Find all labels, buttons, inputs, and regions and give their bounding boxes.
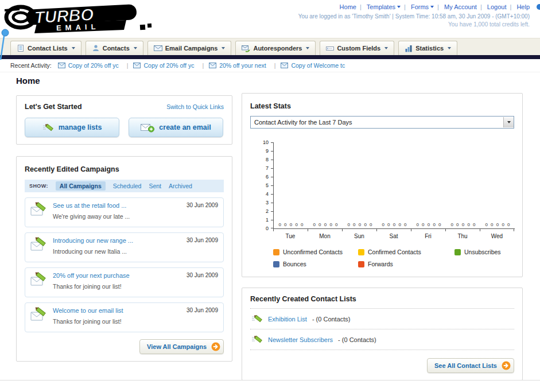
chart-plot-area: 0 0 0 0 0 0 0 0 0 0 0 0 0 0 0 0 0 0 0 0 … — [273, 142, 515, 229]
campaign-subtitle: Thanks for joining our list! — [53, 283, 122, 290]
legend-item: Unsubscribes — [454, 249, 514, 255]
legend-item: Bounces — [273, 261, 358, 267]
contact-list-count: - (0 Contacts) — [338, 336, 376, 343]
header-link-templates[interactable]: Templates — [367, 3, 401, 10]
latest-stats-panel: Latest Stats Contact Activity for the La… — [242, 93, 523, 277]
tab-autoresponders[interactable]: Autoresponders — [235, 41, 316, 55]
header-link-forms[interactable]: Forms — [411, 3, 434, 10]
tab-contacts[interactable]: Contacts — [86, 41, 143, 55]
contact-list-link[interactable]: Exhibition List — [268, 316, 307, 323]
arrow-right-icon — [211, 342, 220, 351]
campaign-date: 30 Jun 2009 — [187, 237, 218, 243]
campaign-edit-icon — [30, 237, 48, 251]
chevron-down-icon — [397, 6, 401, 8]
campaign-filter-bar: SHOW: All Campaigns Scheduled Sent Archi… — [25, 180, 224, 192]
contact-list-link[interactable]: Newsletter Subscribers — [268, 336, 333, 343]
chevron-down-icon — [507, 121, 511, 123]
statistics-icon — [405, 45, 413, 52]
campaign-title-link[interactable]: Welcome to our email list — [53, 307, 123, 314]
page-title: Home — [16, 76, 40, 86]
logo-text-bottom: EMAIL — [56, 22, 100, 33]
right-column: Latest Stats Contact Activity for the La… — [242, 93, 523, 381]
dropdown-arrow-button[interactable] — [503, 117, 514, 127]
recent-activity-link[interactable]: 20% off your next — [219, 62, 266, 69]
tab-email-campaigns[interactable]: Email Campaigns — [147, 41, 232, 55]
header-right: Home| Templates| Forms| My Account| Logo… — [298, 3, 530, 28]
new-email-icon — [141, 123, 154, 133]
campaign-title-link[interactable]: Introducing our new range ... — [53, 237, 133, 244]
filter-sent[interactable]: Sent — [149, 183, 161, 189]
chart-x-axis: Tue Mon Sun Sat Fri Thu Wed — [273, 233, 514, 239]
recent-activity-bar: Recent Activity: Copy of 20% off yc Copy… — [0, 59, 540, 72]
recent-activity-link[interactable]: Copy of Welcome tc — [291, 62, 345, 69]
envelope-icon — [281, 63, 288, 68]
campaign-date: 30 Jun 2009 — [187, 307, 218, 313]
contact-lists-icon — [17, 44, 25, 52]
chevron-down-icon — [222, 47, 225, 49]
contact-lists-panel: Recently Created Contact Lists Exhibitio… — [242, 288, 523, 381]
main-nav: Contact Lists Contacts Email Campaigns — [0, 38, 540, 55]
campaign-title-link[interactable]: 20% off your next purchase — [53, 272, 130, 279]
contact-list-item: Exhibition List - (0 Contacts) — [250, 309, 514, 329]
view-all-campaigns-button[interactable]: View All Campaigns — [139, 339, 224, 354]
pencil-icon — [42, 123, 54, 132]
filter-archived[interactable]: Archived — [169, 183, 192, 189]
campaign-title-link[interactable]: See us at the retail food ... — [53, 202, 130, 209]
contacts-icon — [92, 44, 100, 52]
campaign-subtitle: Introducing our new Italia ... — [53, 248, 127, 255]
chart-value-labels: 0 0 0 0 0 0 0 0 0 0 0 0 0 0 0 0 0 0 0 0 … — [274, 222, 515, 227]
recent-activity-link[interactable]: Copy of 20% off yc — [68, 62, 119, 69]
pencil-icon — [251, 314, 263, 324]
recent-activity-label: Recent Activity: — [10, 62, 52, 69]
footer-divider — [0, 380, 540, 381]
chevron-down-icon — [134, 47, 137, 49]
legend-item: Confirmed Contacts — [358, 249, 454, 255]
chart-x-ticks — [273, 229, 514, 231]
campaign-subtitle: Thanks for joining our list! — [53, 318, 122, 325]
stats-period-dropdown[interactable]: Contact Activity for the Last 7 Days — [250, 116, 514, 129]
header-link-logout[interactable]: Logout — [487, 3, 507, 10]
chart-y-axis: 10 9 8 7 6 5 4 3 2 1 0 — [261, 142, 273, 228]
tab-statistics[interactable]: Statistics — [398, 41, 457, 55]
get-started-panel: Let's Get Started Switch to Quick Links … — [16, 95, 232, 145]
manage-lists-button[interactable]: manage lists — [25, 118, 119, 137]
tab-contact-lists[interactable]: Contact Lists — [10, 41, 81, 55]
recent-activity-link[interactable]: Copy of 20% off yc — [143, 62, 194, 69]
campaign-list-item: 20% off your next purchase Thanks for jo… — [25, 267, 224, 297]
nav-divider-bar — [0, 55, 540, 59]
contact-lists-title: Recently Created Contact Lists — [250, 295, 514, 309]
switch-quick-links-link[interactable]: Switch to Quick Links — [166, 103, 224, 110]
recent-activity-item: Copy of Welcome tc — [281, 62, 345, 69]
campaign-date: 30 Jun 2009 — [187, 272, 218, 278]
envelope-icon — [209, 63, 216, 68]
dropdown-value: Contact Activity for the Last 7 Days — [254, 119, 352, 126]
legend-item: Forwards — [358, 261, 454, 267]
filter-scheduled[interactable]: Scheduled — [113, 183, 142, 189]
legend-item: Unconfirmed Contacts — [273, 249, 358, 255]
see-all-contact-lists-button[interactable]: See All Contact Lists — [427, 358, 514, 373]
filter-all-campaigns[interactable]: All Campaigns — [56, 181, 106, 191]
envelope-icon — [133, 63, 141, 68]
legend-swatch — [454, 249, 461, 255]
chart-legend: Unconfirmed Contacts Confirmed Contacts … — [273, 249, 514, 267]
header-link-my-account[interactable]: My Account — [444, 3, 477, 10]
create-email-button[interactable]: create an email — [129, 118, 223, 137]
header-link-help[interactable]: Help — [516, 3, 530, 10]
arrow-right-icon — [502, 361, 511, 370]
custom-fields-icon — [326, 45, 334, 52]
envelope-icon — [58, 63, 65, 68]
header-link-home[interactable]: Home — [340, 3, 356, 10]
campaign-list-item: See us at the retail food ... We're givi… — [25, 197, 224, 227]
header-nav: Home| Templates| Forms| My Account| Logo… — [298, 3, 530, 10]
email-campaigns-icon — [154, 45, 162, 52]
campaign-list-item: Introducing our new range ... Introducin… — [25, 232, 224, 262]
legend-swatch — [358, 249, 364, 255]
legend-swatch — [273, 261, 279, 267]
decorative-callout — [0, 29, 9, 62]
contact-activity-chart: 10 9 8 7 6 5 4 3 2 1 0 — [261, 142, 514, 239]
tab-custom-fields[interactable]: Custom Fields — [320, 41, 394, 55]
contact-list-item: Newsletter Subscribers - (0 Contacts) — [250, 329, 514, 350]
recent-activity-item: Copy of 20% off yc — [58, 62, 134, 69]
recent-activity-item: 20% off your next — [209, 62, 281, 69]
chevron-down-icon — [72, 47, 75, 49]
